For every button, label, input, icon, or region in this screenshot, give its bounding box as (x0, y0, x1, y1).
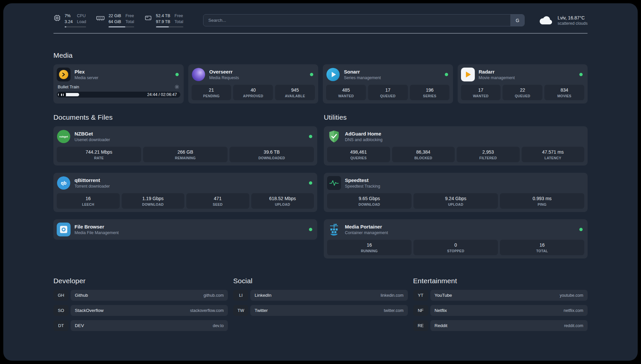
stat-label: AVAILABLE (276, 94, 314, 98)
stat-tile: 17 WANTED (461, 85, 501, 100)
stat-label: WANTED (327, 94, 365, 98)
search-provider-button[interactable]: G (510, 15, 524, 26)
stat-value: 86,384 (393, 149, 454, 155)
bookmark-abbr: LI (233, 290, 248, 301)
bookmark-abbr: NF (413, 305, 428, 316)
card-subtitle: Speedtest Tracking (345, 184, 584, 189)
stat-label: DOWNLOADED (231, 156, 313, 160)
stat-label: WANTED (462, 94, 500, 98)
pause-button[interactable] (59, 93, 66, 97)
bookmark-youtube[interactable]: YT YouTube youtube.com (413, 290, 588, 301)
stat-tile: 834 MOVIES (544, 85, 584, 100)
stat-value: 17 (369, 87, 407, 93)
service-card-filebrowser[interactable]: File Browser Media File Management (53, 219, 317, 240)
nzbget-icon: nzbget (57, 130, 71, 143)
ram-usage-bar-fill (108, 26, 125, 27)
service-card-adguard[interactable]: AdGuard Home DNS and adblocking 498,461 … (324, 126, 588, 166)
cpu-usage-value: 7% (65, 13, 73, 19)
bookmark-abbr: TW (233, 305, 248, 316)
card-subtitle: Series management (344, 76, 441, 80)
stat-label: LEECH (58, 202, 118, 206)
qbittorrent-icon: qb (57, 176, 71, 190)
stat-value: 485 (327, 87, 365, 93)
stat-value: 0 (415, 242, 497, 248)
stat-value: 22 (504, 87, 541, 93)
stat-value: 40 (234, 87, 272, 93)
service-card-portainer[interactable]: Media Portainer Container management 16 … (324, 219, 588, 258)
bookmark-name: LinkedIn (255, 293, 271, 298)
bookmark-url: linkedin.com (381, 293, 403, 298)
service-card-sonarr[interactable]: Sonarr Series management 485 WANTED 17 Q… (323, 64, 453, 104)
bookmark-stackoverflow[interactable]: SO StackOverflow stackoverflow.com (53, 305, 228, 316)
stat-tile: 945 AVAILABLE (275, 85, 315, 100)
card-title: qBittorrent (75, 177, 305, 183)
playback-progress-bar[interactable]: 24:44 / 02:06:47 (57, 92, 180, 98)
dashboard-screen: 7% 3.24 CPU Load (3, 3, 638, 361)
card-title: Media Portainer (345, 224, 575, 229)
stat-value: 196 (411, 87, 448, 93)
stat-label: REMAINING (144, 156, 226, 160)
card-title: Speedtest (345, 177, 584, 183)
now-playing-title: Bullet Train (58, 84, 174, 89)
stat-value: 17 (462, 87, 500, 93)
social-heading: Social (233, 277, 408, 285)
bookmark-group-entertainment: Entertainment YT YouTube youtube.com NF (413, 277, 588, 331)
card-subtitle: Usenet downloader (75, 137, 305, 142)
card-subtitle: Media File Management (75, 230, 305, 235)
bookmark-name: StackOverflow (75, 308, 104, 313)
stat-tile: 744.21 Mbps RATE (57, 147, 141, 162)
bookmark-url: github.com (203, 293, 224, 298)
status-dot (579, 228, 583, 231)
service-card-radarr[interactable]: Radarr Movie management 17 WANTED 22 QUE… (458, 64, 588, 104)
playback-time: 24:44 / 02:06:47 (147, 92, 177, 97)
bookmark-abbr: RE (413, 320, 428, 331)
service-card-speedtest[interactable]: Speedtest Speedtest Tracking 9.65 Gbps D… (324, 173, 588, 212)
card-title: Radarr (479, 69, 576, 75)
bookmark-reddit[interactable]: RE Reddit reddit.com (413, 320, 588, 331)
bookmark-url: youtube.com (560, 293, 583, 298)
bookmark-github[interactable]: GH Github github.com (53, 290, 228, 301)
stat-label: UPLOAD (415, 202, 497, 206)
stat-tile: 16 RUNNING (327, 240, 412, 255)
utilities-section: Utilities (324, 113, 588, 258)
stat-tile: 618.52 Mbps UPLOAD (251, 193, 314, 209)
service-card-plex[interactable]: Plex Media server Bullet Train (53, 64, 184, 104)
service-card-overseerr[interactable]: Overseerr Media Requests 21 PENDING 40 A… (188, 64, 319, 104)
card-title: AdGuard Home (345, 131, 584, 136)
stat-tile: 498,461 QUERIES (327, 147, 390, 162)
stat-label: PING (501, 202, 583, 206)
top-bar: 7% 3.24 CPU Load (53, 13, 588, 27)
bookmark-linkedin[interactable]: LI LinkedIn linkedin.com (233, 290, 408, 301)
radarr-icon (461, 68, 475, 81)
stat-tile: 86,384 BLOCKED (392, 147, 455, 162)
search-input[interactable] (203, 15, 510, 26)
stat-value: 266 GB (144, 149, 226, 155)
stat-tile: 16 TOTAL (500, 240, 584, 255)
bookmark-name: DEV (75, 323, 84, 328)
stat-label: RUNNING (328, 249, 410, 253)
stat-label: QUEUED (504, 94, 541, 98)
bookmark-dev[interactable]: DT DEV dev.to (53, 320, 228, 331)
status-dot (445, 73, 448, 76)
stat-label: BLOCKED (393, 156, 454, 160)
status-dot (309, 181, 312, 185)
service-card-nzbget[interactable]: nzbget NZBGet Usenet downloader 744.21 M… (53, 126, 317, 166)
service-card-qbittorrent[interactable]: qb qBittorrent Torrent downloader 16 (53, 173, 317, 212)
bookmark-netflix[interactable]: NF Netflix netflix.com (413, 305, 588, 316)
status-dot (579, 73, 583, 76)
bookmark-abbr: SO (53, 305, 69, 316)
stat-tile: 471 SEED (186, 193, 249, 209)
bookmark-twitter[interactable]: TW Twitter twitter.com (233, 305, 408, 316)
stat-label: FILTERED (458, 156, 518, 160)
stat-tile: 17 QUEUED (368, 85, 408, 100)
entertainment-heading: Entertainment (413, 277, 588, 285)
bookmark-url: twitter.com (384, 308, 404, 313)
ram-total-value: 64 GiB (108, 19, 121, 25)
stat-label: DOWNLOAD (123, 202, 183, 206)
ram-usage-bar (108, 26, 134, 27)
disk-monitor: 52.4 TB 97.9 TB Free Total (144, 13, 183, 27)
gear-icon[interactable] (174, 84, 179, 89)
card-title: NZBGet (75, 131, 305, 136)
stat-tile: 39.6 TB DOWNLOADED (229, 147, 314, 162)
stat-tile: 9.65 Gbps DOWNLOAD (327, 193, 412, 209)
